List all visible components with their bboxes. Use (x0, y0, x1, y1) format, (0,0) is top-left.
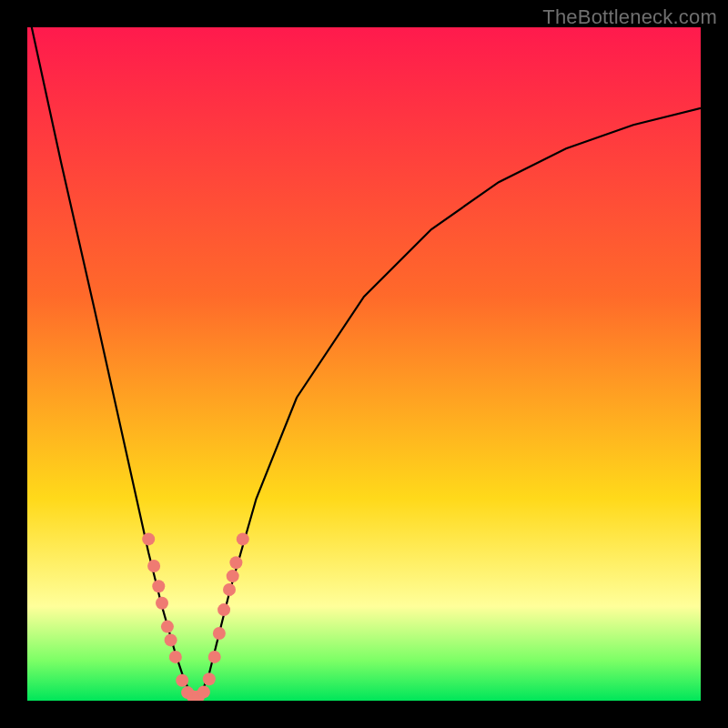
data-marker (229, 556, 242, 569)
watermark-text: TheBottleneck.com (542, 5, 717, 29)
data-marker (213, 627, 226, 640)
data-marker (237, 532, 249, 545)
data-marker (169, 651, 182, 663)
marker-group (142, 532, 249, 701)
data-marker (227, 570, 239, 582)
data-marker (161, 621, 174, 633)
data-marker (165, 633, 177, 646)
data-marker (197, 685, 210, 698)
data-marker (217, 603, 230, 616)
data-marker (152, 580, 165, 592)
plot-area (27, 27, 701, 701)
data-marker (208, 651, 221, 663)
data-marker (223, 583, 236, 596)
bottleneck-curve (27, 27, 701, 697)
data-marker (156, 597, 168, 610)
data-marker (147, 560, 160, 572)
data-marker (142, 532, 155, 545)
chart-frame: TheBottleneck.com (0, 0, 728, 728)
curve-layer (27, 27, 701, 701)
data-marker (203, 672, 216, 685)
data-marker (176, 674, 188, 687)
